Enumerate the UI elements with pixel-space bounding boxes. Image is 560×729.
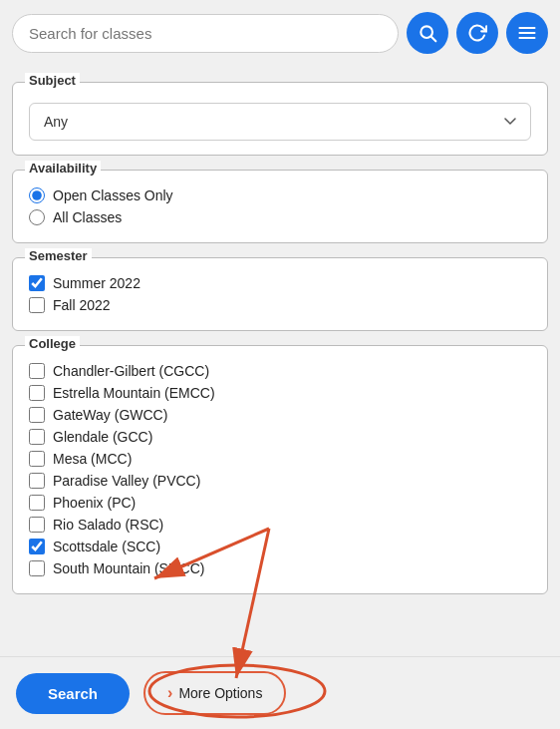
semester-fall-row: Fall 2022 [29,294,531,316]
bottom-bar: Search › More Options [0,656,560,729]
college-checkbox-9[interactable] [29,560,45,576]
more-options-button[interactable]: › More Options [143,671,286,715]
semester-section: Semester Summer 2022 Fall 2022 [12,257,548,331]
subject-section: Subject Any Accounting Art Biology Chemi… [12,82,548,156]
availability-section: Availability Open Classes Only All Class… [12,170,548,243]
search-icon [418,23,437,43]
college-label-3[interactable]: Glendale (GCC) [53,429,152,445]
availability-all-row: All Classes [29,206,531,228]
college-row: Phoenix (PC) [29,492,531,514]
refresh-icon [467,23,487,43]
college-label-9[interactable]: South Mountain (SMCC) [53,560,205,576]
menu-icon [517,23,537,43]
search-button-main[interactable]: Search [16,673,130,714]
college-checkbox-6[interactable] [29,495,45,511]
college-row: Rio Salado (RSC) [29,514,531,536]
semester-fall-label[interactable]: Fall 2022 [53,297,111,313]
semester-summer-checkbox[interactable] [29,275,45,291]
college-checkbox-0[interactable] [29,363,45,379]
college-checkbox-8[interactable] [29,539,45,554]
college-checkbox-4[interactable] [29,451,45,467]
subject-legend: Subject [25,73,80,88]
availability-open-radio[interactable] [29,187,45,203]
availability-all-label[interactable]: All Classes [53,209,122,225]
college-checkbox-3[interactable] [29,429,45,445]
svg-line-1 [431,37,436,42]
semester-summer-label[interactable]: Summer 2022 [53,275,140,291]
availability-open-label[interactable]: Open Classes Only [53,187,173,203]
menu-button[interactable] [506,12,548,54]
availability-all-radio[interactable] [29,209,45,225]
subject-select[interactable]: Any Accounting Art Biology Chemistry Com… [29,103,531,141]
search-input-wrap [12,14,399,53]
college-section: College Chandler-Gilbert (CGCC)Estrella … [12,345,548,594]
college-label-7[interactable]: Rio Salado (RSC) [53,517,163,533]
college-row: South Mountain (SMCC) [29,557,531,579]
college-row: GateWay (GWCC) [29,404,531,426]
college-label-4[interactable]: Mesa (MCC) [53,451,132,467]
content: Subject Any Accounting Art Biology Chemi… [0,66,560,708]
semester-legend: Semester [25,248,92,263]
college-checkbox-2[interactable] [29,407,45,423]
college-checkbox-1[interactable] [29,385,45,401]
college-label-1[interactable]: Estrella Mountain (EMCC) [53,385,215,401]
college-label-0[interactable]: Chandler-Gilbert (CGCC) [53,363,209,379]
college-label-2[interactable]: GateWay (GWCC) [53,407,167,423]
more-options-label: More Options [178,685,262,701]
college-legend: College [25,336,80,351]
more-options-chevron: › [167,684,172,702]
availability-legend: Availability [25,161,101,176]
search-input[interactable] [12,14,399,53]
college-row: Estrella Mountain (EMCC) [29,382,531,404]
college-row: Chandler-Gilbert (CGCC) [29,360,531,382]
college-label-6[interactable]: Phoenix (PC) [53,495,136,511]
college-checkbox-5[interactable] [29,473,45,489]
college-row: Glendale (GCC) [29,426,531,448]
availability-open-row: Open Classes Only [29,184,531,206]
college-checkbox-7[interactable] [29,517,45,533]
semester-fall-checkbox[interactable] [29,297,45,313]
college-label-5[interactable]: Paradise Valley (PVCC) [53,473,200,489]
college-row: Scottsdale (SCC) [29,536,531,557]
semester-summer-row: Summer 2022 [29,272,531,294]
header [0,0,560,66]
college-row: Mesa (MCC) [29,448,531,470]
college-label-8[interactable]: Scottsdale (SCC) [53,539,160,554]
college-row: Paradise Valley (PVCC) [29,470,531,492]
college-options: Chandler-Gilbert (CGCC)Estrella Mountain… [29,360,531,579]
search-button[interactable] [407,12,448,54]
refresh-button[interactable] [456,12,498,54]
